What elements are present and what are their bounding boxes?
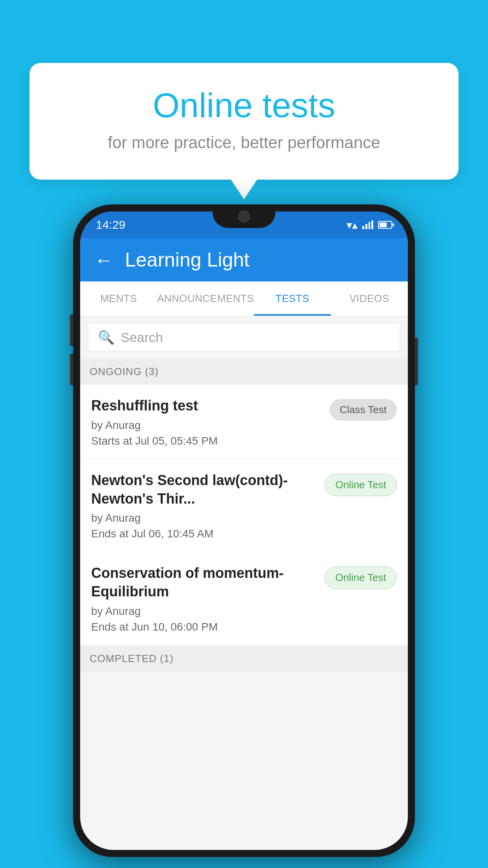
power-button	[415, 338, 418, 385]
test-info-2: Newton's Second law(contd)-Newton's Thir…	[91, 471, 317, 541]
test-badge-3: Online Test	[325, 566, 397, 589]
completed-header-text: COMPLETED (1)	[90, 653, 174, 664]
test-author-1: by Anurag	[91, 419, 322, 432]
test-item-1[interactable]: Reshuffling test by Anurag Starts at Jul…	[80, 385, 408, 460]
test-time-1: Starts at Jul 05, 05:45 PM	[91, 435, 322, 447]
back-button[interactable]: ←	[94, 249, 113, 271]
test-time-3: Ends at Jun 10, 06:00 PM	[91, 621, 317, 633]
test-time-2: Ends at Jul 06, 10:45 AM	[91, 528, 317, 540]
app-header: ← Learning Light	[80, 238, 408, 281]
test-author-2: by Anurag	[91, 512, 317, 524]
bubble-title: Online tests	[61, 86, 427, 125]
phone-mockup: 14:29 ▾▴ ← Learning Light	[73, 204, 415, 857]
bubble-subtitle: for more practice, better performance	[61, 133, 427, 152]
promo-bubble: Online tests for more practice, better p…	[29, 63, 459, 180]
tab-announcements[interactable]: ANNOUNCEMENTS	[157, 281, 254, 316]
test-badge-2: Online Test	[325, 474, 397, 496]
test-info-3: Conservation of momentum-Equilibrium by …	[91, 564, 317, 633]
battery-icon	[378, 221, 392, 229]
test-badge-1: Class Test	[330, 399, 397, 421]
ongoing-section-header: ONGOING (3)	[80, 359, 408, 385]
test-item-3[interactable]: Conservation of momentum-Equilibrium by …	[80, 552, 408, 645]
signal-icon	[362, 221, 373, 229]
search-icon: 🔍	[98, 329, 114, 345]
volume-up-button	[70, 314, 73, 346]
tab-tests[interactable]: TESTS	[254, 281, 331, 316]
test-item-2[interactable]: Newton's Second law(contd)-Newton's Thir…	[80, 460, 408, 553]
status-icons: ▾▴	[347, 219, 392, 232]
tabs-bar: MENTS ANNOUNCEMENTS TESTS VIDEOS	[80, 281, 408, 316]
phone-frame: 14:29 ▾▴ ← Learning Light	[73, 204, 415, 857]
search-placeholder: Search	[121, 330, 163, 345]
ongoing-header-text: ONGOING (3)	[90, 366, 159, 377]
tests-list: Reshuffling test by Anurag Starts at Jul…	[80, 385, 408, 645]
battery-fill	[380, 223, 387, 227]
test-name-2: Newton's Second law(contd)-Newton's Thir…	[91, 471, 317, 508]
status-time: 14:29	[96, 218, 125, 232]
test-info-1: Reshuffling test by Anurag Starts at Jul…	[91, 397, 322, 447]
tab-ments[interactable]: MENTS	[80, 281, 157, 316]
search-bar[interactable]: 🔍 Search	[88, 323, 400, 351]
search-container: 🔍 Search	[80, 316, 408, 359]
phone-notch	[213, 204, 275, 228]
test-name-3: Conservation of momentum-Equilibrium	[91, 564, 317, 601]
wifi-icon: ▾▴	[347, 219, 358, 232]
app-title: Learning Light	[125, 248, 250, 271]
front-camera	[238, 211, 250, 223]
tab-videos[interactable]: VIDEOS	[331, 281, 408, 316]
completed-section-header: COMPLETED (1)	[80, 645, 408, 672]
test-name-1: Reshuffling test	[91, 397, 322, 415]
test-author-3: by Anurag	[91, 605, 317, 618]
volume-down-button	[70, 354, 73, 385]
phone-screen: 14:29 ▾▴ ← Learning Light	[80, 211, 408, 850]
